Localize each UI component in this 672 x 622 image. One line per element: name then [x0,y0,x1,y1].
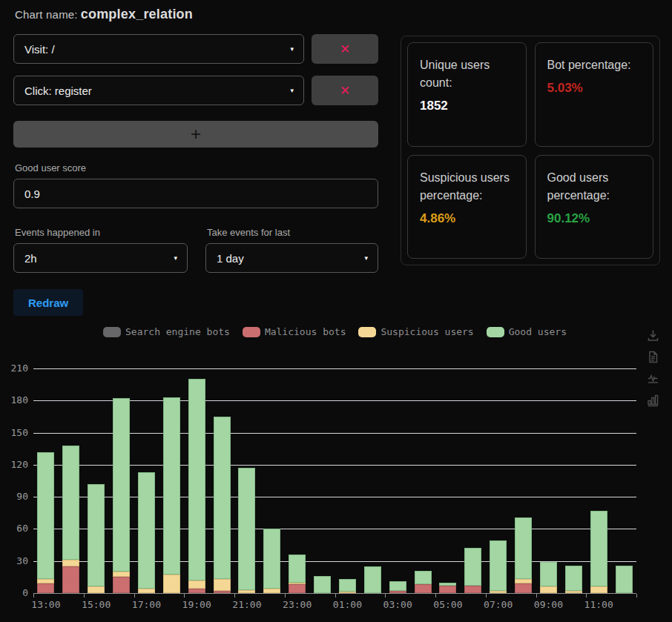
stat-card-label: Suspicious users percentage: [420,169,514,205]
events-happened-in-select[interactable]: 2h ▾ [13,243,188,273]
bar-03:00[interactable] [389,581,406,593]
bar-segment [339,592,356,593]
stat-card: Unique users count:1852 [407,42,527,147]
chevron-down-icon: ▾ [174,255,177,262]
close-icon: ✕ [340,42,350,57]
time-selects: Events happened in 2h ▾ Take events for … [13,208,378,273]
bar-segment [113,398,130,572]
take-events-for-last-label: Take events for last [207,227,377,238]
stacked-bar-chart: 030609012015018021013:0015:0017:0019:002… [0,363,672,622]
document-icon[interactable] [646,350,660,364]
bar-13:00[interactable] [37,452,54,593]
y-axis-label: 60 [0,523,28,534]
bar-07:00[interactable] [490,540,507,593]
bar-10:00[interactable] [565,566,582,594]
filter-select-value: Click: register [24,85,92,97]
bar-segment [188,379,205,580]
bar-segment [389,581,406,591]
x-axis-tick [285,594,286,598]
y-axis-label: 150 [0,428,28,438]
filter-row: Visit: /▾✕ [13,34,378,64]
legend-item[interactable]: Suspicious users [358,326,473,337]
bar-14:00[interactable] [62,446,79,593]
bar-segment [88,586,105,593]
bar-segment [464,548,481,586]
x-axis-label: 19:00 [173,599,220,610]
bar-segment [37,583,54,593]
bar-17:00[interactable] [138,472,155,593]
x-axis-tick [486,594,487,598]
bar-09:00[interactable] [540,562,557,593]
bar-18:00[interactable] [163,397,180,593]
bar-segment [138,589,155,593]
bar-21:00[interactable] [238,468,255,593]
x-axis-label: 15:00 [73,599,120,610]
x-axis-tick [335,594,336,598]
stat-card: Bot percentage:5.03% [535,42,654,147]
x-axis-label: 01:00 [323,599,371,610]
bar-segment [163,397,180,575]
bar-segment [188,580,205,589]
bar-00:00[interactable] [314,576,331,593]
redraw-button[interactable]: Redraw [13,289,83,316]
bar-01:00[interactable] [339,579,356,593]
good-user-score-input[interactable] [13,179,378,208]
bar-segment [113,577,130,593]
bar-segment [389,591,406,593]
bar-06:00[interactable] [464,548,481,593]
legend-label: Good users [509,326,567,337]
legend-item[interactable]: Malicious bots [243,326,346,337]
filter-select-1[interactable]: Click: register▾ [13,76,304,105]
bar-segment [62,446,79,560]
download-icon[interactable] [646,328,660,343]
x-axis-tick [184,594,185,598]
y-axis-label: 120 [0,460,28,470]
x-axis-tick [536,594,537,598]
filter-select-0[interactable]: Visit: /▾ [13,34,304,64]
legend-swatch [103,327,121,337]
x-axis-tick [385,594,386,598]
x-axis-label: 17:00 [122,599,170,610]
legend-item[interactable]: Good users [487,326,567,337]
bar-segment [214,579,231,591]
bar-segment [339,579,356,592]
y-axis-label: 90 [0,492,28,502]
add-filter-button[interactable]: + [13,121,378,148]
take-events-for-last-value: 1 day [217,252,244,265]
bar-segment [214,591,231,593]
bar-02:00[interactable] [364,566,381,593]
x-axis-label: 21:00 [223,599,271,610]
bar-segment [515,517,532,580]
remove-filter-button[interactable]: ✕ [312,76,378,105]
bar-segment [415,584,432,593]
bar-segment [138,472,155,589]
bar-segment [62,560,79,566]
legend-item[interactable]: Search engine bots [103,326,230,337]
bar-segment [590,511,607,586]
filter-select-value: Visit: / [24,43,55,56]
bar-08:00[interactable] [515,517,532,593]
x-axis-label: 11:00 [575,599,622,610]
stat-card-label: Good users percentage: [547,169,642,205]
bar-20:00[interactable] [214,417,231,593]
bar-16:00[interactable] [113,398,130,593]
bar-segment [113,572,130,577]
x-axis-label: 09:00 [524,599,572,610]
bar-05:00[interactable] [439,583,456,593]
stat-card-value: 90.12% [547,211,642,226]
stat-card-label: Bot percentage: [547,56,642,74]
bar-04:00[interactable] [415,571,432,593]
bar-15:00[interactable] [88,484,105,593]
bar-22:00[interactable] [263,529,280,593]
bar-segment [37,452,54,580]
legend-swatch [243,327,260,337]
chart-name-value: complex_relation [81,7,193,21]
bar-19:00[interactable] [188,379,205,593]
take-events-for-last-select[interactable]: 1 day ▾ [205,243,378,273]
remove-filter-button[interactable]: ✕ [312,34,378,64]
legend-label: Malicious bots [265,326,346,337]
bar-11:00[interactable] [590,511,607,593]
bar-12:00[interactable] [616,566,633,594]
bar-23:00[interactable] [289,555,306,593]
chevron-down-icon: ▾ [290,46,294,53]
